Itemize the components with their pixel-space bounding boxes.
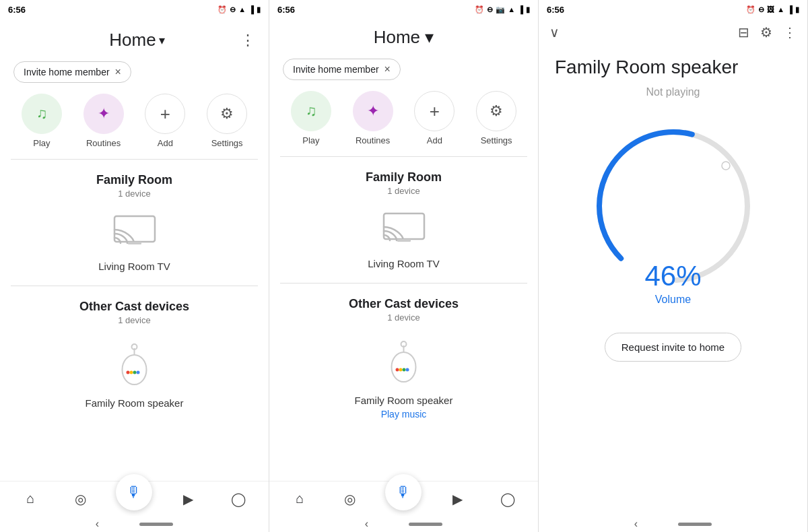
alarm-icon: ⏰ bbox=[217, 5, 227, 14]
nav-home-1[interactable]: ⌂ bbox=[15, 484, 45, 514]
panel2-header: Home ▾ bbox=[269, 19, 538, 53]
battery-icon: ▮ bbox=[257, 5, 261, 14]
alarm-icon-3: ⏰ bbox=[746, 5, 755, 14]
svg-rect-0 bbox=[114, 216, 155, 242]
living-room-tv-item-2[interactable]: Living Room TV bbox=[269, 204, 538, 283]
wifi-icon: ▲ bbox=[238, 5, 246, 13]
status-bar-3: 6:56 ⏰ ⊖ 🖼 ▲ ▐ ▮ bbox=[539, 0, 807, 19]
speaker-title: Family Room speaker bbox=[539, 46, 807, 81]
other-cast-section-1: Other Cast devices 1 device bbox=[0, 286, 269, 333]
play-label-1: Play bbox=[33, 138, 50, 148]
nav-home-2[interactable]: ⌂ bbox=[285, 484, 314, 514]
volume-text: 46% Volume bbox=[644, 260, 701, 306]
settings-label-1: Settings bbox=[211, 138, 243, 148]
svg-point-5 bbox=[127, 371, 130, 374]
back-chevron-2[interactable]: ‹ bbox=[365, 518, 368, 530]
nav-mic-2[interactable]: 🎙 bbox=[385, 474, 422, 510]
more-icon-3[interactable]: ⋮ bbox=[783, 24, 797, 40]
nav-discover-2[interactable]: ◎ bbox=[335, 484, 365, 514]
routines-icon-1: ✦ bbox=[98, 105, 110, 123]
routines-label-2: Routines bbox=[356, 135, 390, 145]
status-time-1: 6:56 bbox=[8, 5, 26, 15]
tune-icon-3[interactable]: ⊟ bbox=[738, 24, 749, 40]
other-cast-count-1: 1 device bbox=[13, 315, 255, 325]
invite-chip-close-1[interactable]: × bbox=[115, 66, 121, 78]
svg-point-2 bbox=[123, 355, 147, 385]
dnd-icon-3: ⊖ bbox=[758, 5, 764, 14]
nav-media-1[interactable]: ▶ bbox=[173, 484, 203, 514]
gesture-bar-3: ‹ bbox=[539, 516, 807, 532]
action-routines-1[interactable]: ✦ Routines bbox=[83, 94, 124, 148]
family-room-count-2: 1 device bbox=[283, 186, 525, 196]
add-circle-1: + bbox=[145, 94, 185, 134]
wifi-icon-2: ▲ bbox=[508, 5, 515, 13]
alarm-icon-2: ⏰ bbox=[475, 5, 484, 14]
gesture-pill-3 bbox=[678, 523, 712, 526]
panel-2: 6:56 ⏰ ⊖ 📷 ▲ ▐ ▮ Home ▾ Invite home memb… bbox=[269, 0, 539, 532]
quick-actions-1: ♫ Play ✦ Routines + Add ⚙ Setting bbox=[0, 91, 269, 159]
action-settings-1[interactable]: ⚙ Settings bbox=[207, 94, 247, 148]
family-room-title-2: Family Room bbox=[283, 170, 525, 185]
gesture-bar-2: ‹ bbox=[269, 516, 538, 532]
play-label-2: Play bbox=[302, 135, 319, 145]
nav-account-1[interactable]: ◯ bbox=[224, 484, 253, 514]
gesture-bar-1: ‹ bbox=[0, 516, 269, 532]
nav-media-2[interactable]: ▶ bbox=[442, 484, 472, 514]
nav-discover-1[interactable]: ◎ bbox=[66, 484, 96, 514]
device2-play-link-2[interactable]: Play music bbox=[381, 409, 427, 420]
wifi-icon-3: ▲ bbox=[777, 5, 784, 13]
signal-icon: ▐ bbox=[248, 5, 254, 13]
nav-bar-1: ⌂ ◎ 🎙 ▶ ◯ bbox=[0, 481, 269, 516]
svg-rect-9 bbox=[384, 213, 424, 239]
request-invite-btn[interactable]: Request invite to home bbox=[605, 333, 741, 362]
action-play-2[interactable]: ♫ Play bbox=[291, 91, 331, 145]
svg-point-17 bbox=[406, 368, 409, 372]
dnd-icon-2: ⊖ bbox=[487, 5, 493, 14]
family-room-speaker-item-1[interactable]: Family Room speaker bbox=[0, 333, 269, 422]
home-title-1[interactable]: Home ▾ bbox=[109, 30, 164, 51]
app-header-1: Home ▾ ⋮ bbox=[0, 19, 269, 56]
family-room-section-2: Family Room 1 device bbox=[269, 157, 538, 204]
nav-account-2[interactable]: ◯ bbox=[493, 484, 523, 514]
volume-label: Volume bbox=[644, 294, 701, 306]
more-menu-btn-1[interactable]: ⋮ bbox=[240, 32, 255, 49]
action-settings-2[interactable]: ⚙ Settings bbox=[476, 91, 516, 145]
settings-icon-3[interactable]: ⚙ bbox=[760, 24, 772, 40]
action-play-1[interactable]: ♫ Play bbox=[22, 94, 62, 148]
google-home-icon-1 bbox=[116, 341, 153, 393]
photo-icon-2: 📷 bbox=[496, 5, 505, 14]
action-add-2[interactable]: + Add bbox=[414, 91, 454, 145]
status-bar-1: 6:56 ⏰ ⊖ ▲ ▐ ▮ bbox=[0, 0, 269, 19]
back-chevron-3[interactable]: ‹ bbox=[634, 518, 638, 530]
invite-chip-2[interactable]: Invite home member × bbox=[283, 59, 401, 80]
svg-point-8 bbox=[137, 371, 140, 374]
status-time-2: 6:56 bbox=[277, 5, 295, 15]
dnd-icon: ⊖ bbox=[230, 5, 236, 14]
gesture-pill-1 bbox=[139, 523, 173, 526]
back-arrow-3[interactable]: ∨ bbox=[549, 24, 560, 40]
panel2-title: Home ▾ bbox=[374, 27, 434, 48]
invite-chip-close-2[interactable]: × bbox=[384, 63, 391, 75]
back-chevron-1[interactable]: ‹ bbox=[96, 518, 99, 530]
status-time-3: 6:56 bbox=[547, 5, 564, 15]
nav-mic-1[interactable]: 🎙 bbox=[116, 474, 152, 510]
svg-point-6 bbox=[130, 371, 133, 374]
panel-3: 6:56 ⏰ ⊖ 🖼 ▲ ▐ ▮ ∨ ⊟ ⚙ ⋮ Family Room spe… bbox=[539, 0, 808, 532]
family-room-count-1: 1 device bbox=[13, 189, 255, 199]
nav-bar-2: ⌂ ◎ 🎙 ▶ ◯ bbox=[269, 481, 538, 516]
invite-chip-label-1: Invite home member bbox=[24, 67, 110, 77]
family-room-speaker-item-2[interactable]: Family Room speaker Play music bbox=[269, 331, 538, 433]
living-room-tv-item-1[interactable]: Living Room TV bbox=[0, 207, 269, 286]
other-cast-count-2: 1 device bbox=[283, 312, 525, 323]
device2-name-2: Family Room speaker bbox=[355, 395, 453, 406]
volume-container[interactable]: 46% Volume bbox=[539, 98, 807, 319]
google-home-icon-2 bbox=[385, 339, 422, 391]
panel-1-content: Invite home member × ♫ Play ✦ Routines + bbox=[0, 56, 269, 481]
settings-circle-2: ⚙ bbox=[476, 91, 516, 131]
action-add-1[interactable]: + Add bbox=[145, 94, 185, 148]
settings-label-2: Settings bbox=[481, 135, 512, 145]
routines-circle-2: ✦ bbox=[353, 91, 393, 131]
device1-name-1: Living Room TV bbox=[98, 261, 170, 272]
invite-chip-1[interactable]: Invite home member × bbox=[13, 61, 131, 83]
action-routines-2[interactable]: ✦ Routines bbox=[353, 91, 393, 145]
